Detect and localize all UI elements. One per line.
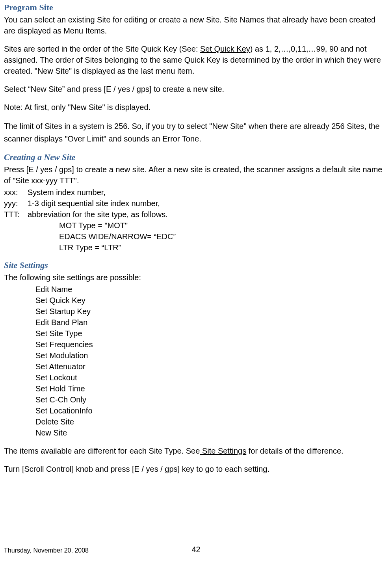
type-list: MOT Type = "MOT" EDACS WIDE/NARROW= “EDC…: [59, 220, 388, 253]
def-key: xxx:: [4, 187, 28, 198]
paragraph: Turn [Scroll Control] knob and press [E …: [4, 463, 388, 475]
table-row: TTT: abbreviation for the site type, as …: [4, 209, 173, 220]
def-val: abbreviation for the site type, as follo…: [28, 209, 173, 220]
table-row: yyy: 1-3 digit sequential site index num…: [4, 198, 173, 209]
paragraph: Select “New Site” and press [E / yes / g…: [4, 84, 388, 95]
paragraph: Sites are sorted in the order of the Sit…: [4, 43, 388, 76]
paragraph: The items available are different for ea…: [4, 445, 388, 456]
text: Sites are sorted in the order of the Sit…: [4, 45, 200, 53]
list-item: Set Frequencies: [35, 339, 388, 350]
list-item: Set Lockout: [35, 372, 388, 383]
footer-date: Thursday, November 20, 2008: [4, 547, 89, 554]
list-item: New Site: [35, 427, 388, 438]
document-page: Program Site You can select an existing …: [0, 0, 392, 562]
def-key: yyy:: [4, 198, 28, 209]
list-item: Set Quick Key: [35, 295, 388, 306]
footer-page-number: 42: [191, 545, 200, 554]
paragraph: The limit of Sites in a system is 256. S…: [4, 120, 388, 145]
link-set-quick-key[interactable]: Set Quick Key: [200, 45, 250, 53]
text: for details of the difference.: [246, 447, 343, 455]
settings-list: Edit Name Set Quick Key Set Startup Key …: [35, 284, 388, 438]
list-item: Set Startup Key: [35, 306, 388, 317]
def-val: 1-3 digit sequential site index number,: [28, 198, 173, 209]
paragraph: The following site settings are possible…: [4, 272, 388, 283]
section-site-settings: The following site settings are possible…: [4, 272, 388, 475]
paragraph: Press [E / yes / gps] to create a new si…: [4, 164, 388, 186]
list-item: MOT Type = "MOT": [59, 220, 388, 231]
section-creating-new-site: Press [E / yes / gps] to create a new si…: [4, 164, 388, 253]
paragraph: You can select an existing Site for edit…: [4, 14, 388, 36]
heading-creating-new-site: Creating a New Site: [4, 152, 388, 162]
section-program-site: You can select an existing Site for edit…: [4, 14, 388, 145]
list-item: Edit Name: [35, 284, 388, 295]
list-item: Set Site Type: [35, 328, 388, 339]
heading-program-site: Program Site: [4, 2, 388, 13]
definition-table: xxx: System index number, yyy: 1-3 digit…: [4, 187, 173, 220]
list-item: Set Modulation: [35, 350, 388, 361]
heading-site-settings: Site Settings: [4, 260, 388, 270]
text: The items available are different for ea…: [4, 447, 200, 455]
list-item: LTR Type = “LTR”: [59, 242, 388, 253]
list-item: Delete Site: [35, 416, 388, 427]
list-item: Set C-Ch Only: [35, 394, 388, 405]
list-item: Set Attenuator: [35, 361, 388, 372]
table-row: xxx: System index number,: [4, 187, 173, 198]
list-item: Set Hold Time: [35, 383, 388, 394]
list-item: Edit Band Plan: [35, 317, 388, 328]
page-footer: Thursday, November 20, 2008 42: [0, 547, 392, 554]
def-key: TTT:: [4, 209, 28, 220]
paragraph: Note: At first, only "New Site" is displ…: [4, 102, 388, 113]
list-item: Set LocationInfo: [35, 405, 388, 416]
def-val: System index number,: [28, 187, 173, 198]
list-item: EDACS WIDE/NARROW= “EDC”: [59, 231, 388, 242]
link-site-settings[interactable]: Site Settings: [200, 447, 246, 455]
